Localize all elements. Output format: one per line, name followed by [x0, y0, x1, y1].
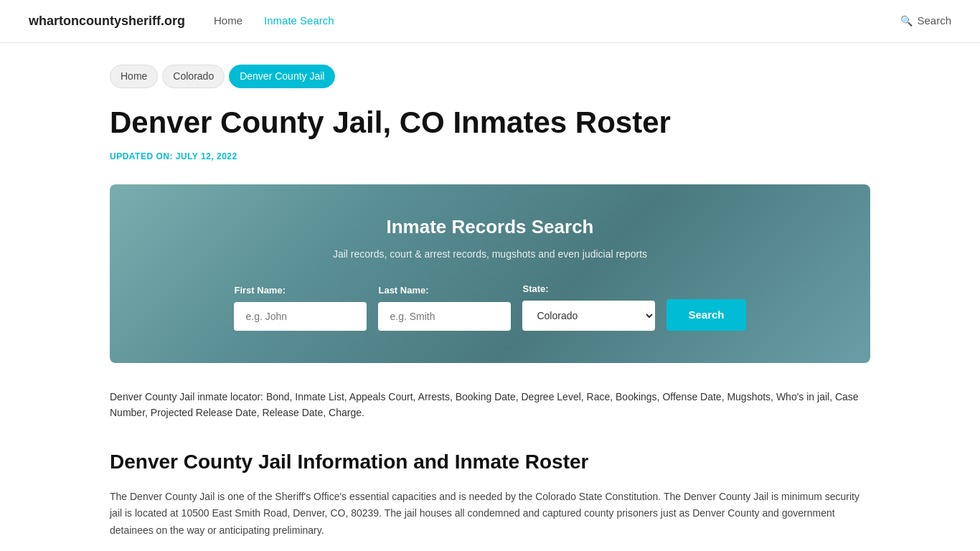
state-label: State:	[522, 282, 548, 296]
last-name-label: Last Name:	[378, 283, 428, 298]
search-panel-title: Inmate Records Search	[153, 213, 827, 241]
page-title: Denver County Jail, CO Inmates Roster	[110, 105, 870, 140]
nav-link-inmate-search[interactable]: Inmate Search	[264, 13, 334, 29]
search-button[interactable]: Search	[666, 299, 745, 331]
last-name-input[interactable]	[378, 302, 511, 331]
first-name-input[interactable]	[234, 302, 367, 331]
navbar-nav: Home Inmate Search	[214, 13, 872, 29]
state-group: State: Colorado Alabama Alaska Arizona A…	[522, 282, 655, 331]
last-name-group: Last Name:	[378, 283, 511, 331]
updated-on: UPDATED ON: JULY 12, 2022	[110, 150, 870, 163]
body-paragraph: The Denver County Jail is one of the She…	[110, 489, 870, 540]
navbar-brand[interactable]: whartoncountysheriff.org	[29, 11, 185, 31]
search-panel-subtitle: Jail records, court & arrest records, mu…	[153, 247, 827, 262]
breadcrumb-colorado[interactable]: Colorado	[162, 65, 225, 88]
section-heading: Denver County Jail Information and Inmat…	[110, 447, 870, 477]
breadcrumb: Home Colorado Denver County Jail	[110, 65, 870, 88]
updated-date: JULY 12, 2022	[176, 151, 237, 161]
first-name-label: First Name:	[234, 283, 286, 298]
search-form: First Name: Last Name: State: Colorado A…	[153, 282, 827, 331]
main-content: Home Colorado Denver County Jail Denver …	[95, 43, 885, 551]
updated-prefix: UPDATED ON:	[110, 151, 173, 161]
state-select[interactable]: Colorado Alabama Alaska Arizona Arkansas…	[522, 301, 655, 331]
first-name-group: First Name:	[234, 283, 367, 331]
search-icon: 🔍	[900, 14, 913, 29]
description-text: Denver County Jail inmate locator: Bond,…	[110, 389, 870, 421]
navbar-search[interactable]: 🔍 Search	[900, 13, 951, 29]
breadcrumb-home[interactable]: Home	[110, 65, 158, 88]
navbar: whartoncountysheriff.org Home Inmate Sea…	[0, 0, 980, 43]
breadcrumb-denver-county-jail[interactable]: Denver County Jail	[229, 65, 335, 88]
navbar-search-label: Search	[917, 13, 951, 29]
search-panel: Inmate Records Search Jail records, cour…	[110, 184, 870, 363]
nav-link-home[interactable]: Home	[214, 13, 242, 29]
